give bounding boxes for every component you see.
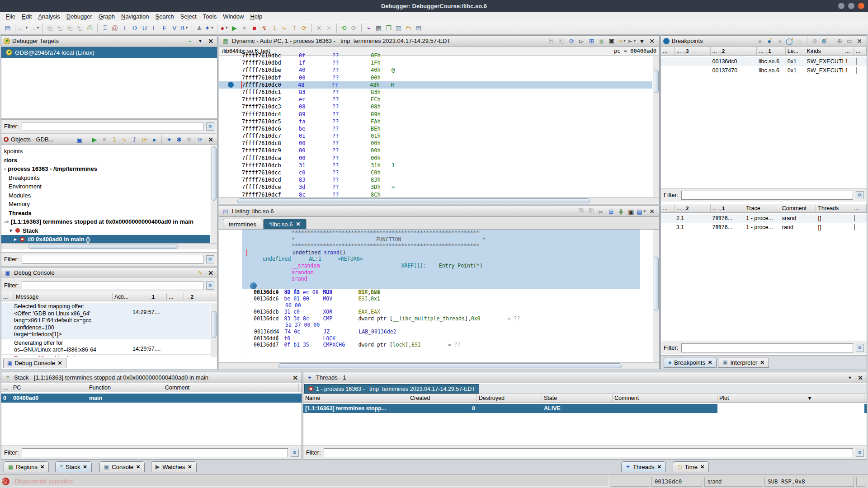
column-header[interactable]: Name — [303, 394, 408, 402]
forward-icon[interactable]: →▼ — [29, 23, 40, 33]
breakpoint-gutter[interactable] — [219, 169, 242, 176]
copy-icon[interactable]: ⎘ — [547, 36, 557, 46]
table-row[interactable]: 000400ad0main — [1, 394, 302, 403]
comment-line[interactable]: ****************************************… — [219, 230, 652, 236]
hex-row[interactable]: 7ffff7610dc701??01h — [219, 132, 652, 140]
folder-icon[interactable]: 🗀 — [404, 23, 413, 33]
hex-row[interactable]: 7ffff7610dc800??00h — [219, 140, 652, 147]
column-header[interactable]: 1 — [145, 293, 167, 301]
close-tab-icon[interactable]: ✕ — [136, 464, 140, 470]
close-tab-icon[interactable]: ✕ — [708, 360, 712, 366]
listing-vertical-scrollbar[interactable] — [653, 230, 659, 362]
column-header[interactable]: ... — [1, 293, 14, 301]
close-icon[interactable]: ✕ — [207, 38, 215, 45]
tab-threads[interactable]: ✦Threads✕ — [621, 461, 666, 472]
breakpoint-pc-marker-icon[interactable]: ➤ — [250, 282, 257, 289]
column-header[interactable]: ... — [843, 47, 854, 55]
interrupt-icon[interactable]: ⏸ — [240, 23, 249, 33]
toggle-icon[interactable]: ◌ — [795, 36, 804, 46]
table-icon[interactable]: ⊞ — [607, 206, 616, 216]
calculator-icon[interactable]: ▦ — [374, 23, 383, 33]
disassembly-listing[interactable]: ****************************************… — [219, 230, 652, 362]
paste-icon[interactable]: ⎗ — [56, 23, 65, 33]
tab-debug-console[interactable]: ▣ Debug Console ✕ — [3, 358, 66, 368]
bytes-continuation[interactable]: 00 00 — [219, 302, 652, 309]
step-into-icon[interactable]: ⤵ — [270, 23, 279, 33]
target-row[interactable]: GDB@2945fa74 local (Linux) — [1, 47, 217, 58]
filter-options-icon[interactable]: ⚙ — [291, 449, 299, 457]
hex-row[interactable]: 7ffff7610dbe40??40h@ — [219, 66, 652, 74]
step-into-icon[interactable]: ⤵ — [110, 135, 119, 145]
instruction-line[interactable]: 00136dd70f b1 35CMPXCHGdword ptr [lock],… — [219, 342, 652, 348]
column-header[interactable]: 2 — [184, 293, 211, 301]
column-header[interactable]: Plot▼ — [717, 394, 864, 402]
tab-watches[interactable]: ▶Watches✕ — [151, 461, 197, 472]
instruction-line[interactable]: 00136dd6f0LOCK — [219, 335, 652, 342]
close-button[interactable] — [858, 3, 864, 9]
close-icon[interactable]: ✕ — [291, 374, 299, 381]
dynamic-horizontal-scrollbar[interactable] — [219, 197, 659, 204]
step-last-icon[interactable]: ⟳ — [300, 23, 309, 33]
interrupt-icon[interactable]: ⏸ — [100, 135, 109, 145]
detach-icon[interactable]: ✕ — [325, 23, 334, 33]
column-header[interactable]: ... — [1, 384, 11, 392]
tree-item[interactable]: Threads — [1, 209, 210, 218]
hex-row[interactable]: 7ffff7610dcf8c??8Ch — [219, 191, 652, 197]
function-prototype[interactable]: undefinedAL:1<RETURN> — [219, 256, 652, 263]
label-line[interactable]: __srandomXREF[1]:Entry Point(*) — [219, 263, 652, 269]
capture-icon[interactable]: ▣ — [607, 36, 616, 46]
breakpoint-gutter[interactable] — [219, 118, 242, 125]
launch-icon[interactable]: ✦▼ — [205, 23, 214, 33]
instruction-line[interactable]: ➤00136dc048 83 ec 08SUBRSP,0x8 — [219, 282, 652, 289]
filter-options-icon[interactable]: ⚙ — [856, 449, 864, 457]
debug-person-icon[interactable]: ♟ — [195, 23, 204, 33]
type-B-icon[interactable]: B▼ — [180, 23, 189, 33]
menu-file[interactable]: File — [3, 13, 19, 20]
table-row[interactable]: 00137470libc.so.60x1SW_EXECUTE1 — [661, 66, 867, 75]
column-header[interactable]: ... — [167, 293, 184, 301]
enable-all-icon[interactable]: ●✦ — [765, 36, 774, 46]
menu-edit[interactable]: Edit — [19, 13, 35, 20]
hex-row[interactable]: 7ffff7610dc308??08h — [219, 103, 652, 110]
type-U-icon[interactable]: U — [140, 23, 149, 33]
hex-row[interactable]: 7ffff7610dca00??00h — [219, 155, 652, 162]
breakpoint-gutter[interactable] — [219, 103, 242, 110]
select-cursor-icon[interactable]: ▻ — [597, 206, 606, 216]
close-icon[interactable]: ✕ — [855, 36, 864, 46]
back-icon[interactable]: ←▼ — [18, 23, 28, 33]
menu-tools[interactable]: Tools — [200, 13, 220, 20]
debug-off-icon[interactable]: ✱ — [184, 135, 193, 145]
type-F-icon[interactable]: F — [160, 23, 169, 33]
checkbox[interactable] — [856, 67, 857, 74]
objects-filter-input[interactable] — [22, 255, 204, 264]
tree-item[interactable]: Modules — [1, 191, 210, 200]
console-filter-input[interactable] — [22, 281, 204, 290]
hex-row[interactable]: 7ffff7610dccc0??C0h — [219, 169, 652, 176]
clear-code-icon[interactable]: @ — [110, 23, 119, 33]
breakpoint-gutter[interactable] — [219, 191, 242, 197]
capture-icon[interactable]: ▣ — [627, 206, 636, 216]
hex-row[interactable]: 7ffff7610dcd83??83h — [219, 176, 652, 183]
hex-row[interactable]: 7ffff7610dc900??00h — [219, 147, 652, 154]
step-back-icon[interactable]: ↯ — [260, 23, 269, 33]
breakpoint-gutter[interactable] — [219, 74, 242, 81]
thread-row[interactable]: [1.1:16363] termmines stopp...0ALIVE — [303, 404, 867, 413]
column-header[interactable]: ... — [854, 47, 867, 55]
console-message-row[interactable]: Resume: Missed loaded — [1, 355, 210, 357]
threads-filter-input[interactable] — [324, 448, 854, 457]
close-icon[interactable]: ✕ — [856, 374, 864, 381]
table-row[interactable]: 3.17ffff76...1 - proce...rand[] — [661, 223, 867, 232]
refresh-icon[interactable]: ⟳ — [196, 136, 204, 143]
column-header[interactable]: PC — [11, 384, 87, 392]
step-over-icon[interactable]: ⤷ — [120, 135, 129, 145]
breakpoints-header[interactable]: Breakpoints ●●✦●◯✦◌⊗⊗✦⊕≔✕ — [661, 36, 867, 47]
filter-options-icon[interactable]: ⚙ — [856, 344, 864, 352]
kill-icon[interactable]: ✕ — [315, 23, 324, 33]
dynamic-vertical-scrollbar[interactable] — [653, 56, 659, 197]
filter-options-icon[interactable]: ⚙ — [206, 255, 214, 263]
column-header[interactable]: Comment — [163, 384, 299, 392]
console-message-row[interactable]: Selected first mapping offer: <Offer: 'G… — [1, 303, 210, 339]
tab-trace-process[interactable]: 1 - process 16363 - _tmp_termmines 2023.… — [304, 384, 479, 394]
disable-all-icon[interactable]: ◯✦ — [785, 36, 794, 46]
tab-console[interactable]: ▣Console✕ — [99, 461, 145, 472]
